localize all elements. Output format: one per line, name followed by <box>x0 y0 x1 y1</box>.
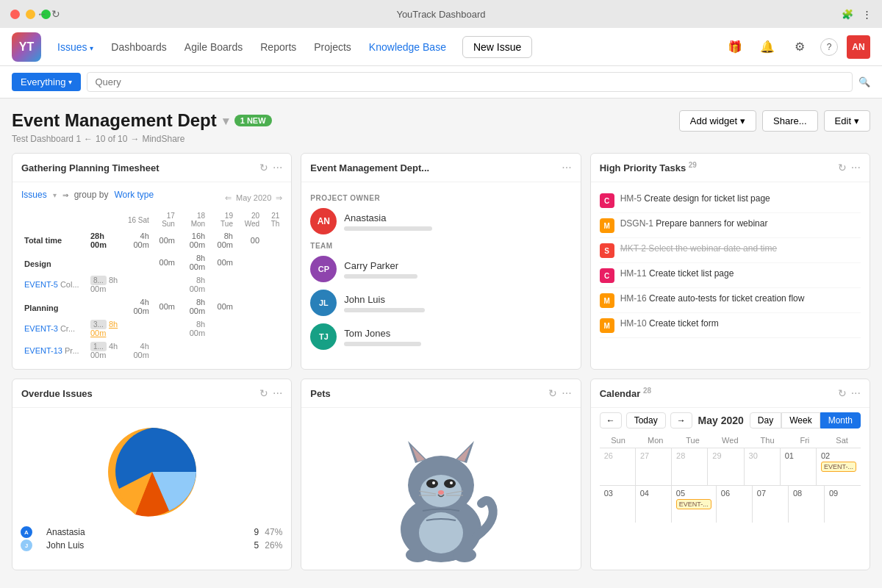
cal-day-06[interactable]: 06 <box>717 486 753 523</box>
nav-agile-boards[interactable]: Agile Boards <box>177 37 250 57</box>
cal-day-03[interactable]: 03 <box>600 486 636 523</box>
page-title-area: Event Management Dept ▾ 1 NEW Test Dashb… <box>12 110 272 144</box>
cal-day-28[interactable]: 28 <box>672 448 708 485</box>
calendar-next-button[interactable]: → <box>670 412 692 429</box>
pets-widget-header: Pets ↻ ··· <box>301 379 580 408</box>
page-title: Event Management Dept ▾ 1 NEW <box>12 110 272 131</box>
priority-badge-c2: C <box>600 268 614 283</box>
total-time-label: Total time <box>21 229 87 251</box>
back-button[interactable]: ← <box>37 8 47 20</box>
timesheet-controls: Issues ▾ ⇒ group by Work type <box>21 190 154 200</box>
timesheet-worktype-link[interactable]: Work type <box>114 190 154 200</box>
minimize-button[interactable] <box>26 10 35 19</box>
calendar-week-view-button[interactable]: Week <box>781 412 820 429</box>
title-dropdown-icon[interactable]: ▾ <box>223 114 229 128</box>
nav-dashboards[interactable]: Dashboards <box>104 37 174 57</box>
priority-refresh-icon[interactable]: ↻ <box>838 162 847 173</box>
list-item: S MKT-2 Select the webinar date and time <box>600 238 861 263</box>
calendar-event-05[interactable]: EVENT-... <box>676 499 711 509</box>
calendar-month-view-button[interactable]: Month <box>820 412 861 429</box>
timesheet-nav: ⇐ May 2020 ⇒ <box>225 193 282 203</box>
overdue-menu-icon[interactable]: ··· <box>273 387 282 400</box>
calendar-event-02[interactable]: EVENT-... <box>821 462 856 472</box>
cal-day-05[interactable]: 05 EVENT-... <box>672 486 717 523</box>
page-header: Event Management Dept ▾ 1 NEW Test Dashb… <box>12 110 870 144</box>
calendar-widget-actions: ↻ ··· <box>838 387 861 400</box>
nav-projects[interactable]: Projects <box>306 37 359 57</box>
owner-role-bar <box>344 226 432 231</box>
svg-point-19 <box>453 548 476 562</box>
calendar-menu-icon[interactable]: ··· <box>851 387 861 400</box>
legend-anastasia: Anastasia <box>46 527 248 537</box>
close-button[interactable] <box>10 10 20 19</box>
settings-icon[interactable]: ⚙ <box>788 35 811 59</box>
pets-widget-content <box>301 408 580 570</box>
nav-reports[interactable]: Reports <box>253 37 304 57</box>
legend-john-count: 5 <box>254 540 259 551</box>
cal-day-08[interactable]: 08 <box>789 486 825 523</box>
share-button[interactable]: Share... <box>762 110 818 132</box>
cal-header-sat: Sat <box>823 433 861 448</box>
nav-icons: 🎁 🔔 ⚙ ? AN <box>723 35 870 59</box>
search-icon[interactable]: 🔍 <box>858 76 870 87</box>
edit-button[interactable]: Edit ▾ <box>824 110 870 132</box>
calendar-view-buttons: Day Week Month <box>750 412 861 429</box>
event-management-widget: Event Management Dept... ··· PROJECT OWN… <box>301 153 581 370</box>
table-row: Planning 4h 00m 00m 8h 00m 00m <box>21 295 282 318</box>
event13-link[interactable]: EVENT-13 <box>24 346 62 355</box>
calendar-day-view-button[interactable]: Day <box>750 412 781 429</box>
timesheet-prev-icon[interactable]: ⇐ <box>225 193 232 203</box>
cal-day-29[interactable]: 29 <box>708 448 744 485</box>
overdue-refresh-icon[interactable]: ↻ <box>259 387 268 399</box>
user-avatar[interactable]: AN <box>847 35 870 59</box>
priority-badge-m3: M <box>600 318 614 333</box>
refresh-button[interactable]: ↻ <box>51 8 60 20</box>
svg-point-8 <box>426 479 438 488</box>
john-name: John Luis <box>344 294 571 305</box>
cal-day-30[interactable]: 30 <box>745 448 781 485</box>
new-issue-button[interactable]: New Issue <box>462 36 532 58</box>
query-input[interactable] <box>87 72 853 92</box>
nav-knowledge-base[interactable]: Knowledge Base <box>362 37 453 57</box>
ts-sun-total: 00m <box>152 229 178 251</box>
add-widget-button[interactable]: Add widget ▾ <box>679 110 756 132</box>
timesheet-next-icon[interactable]: ⇒ <box>276 193 282 203</box>
timesheet-refresh-icon[interactable]: ↻ <box>259 162 268 173</box>
nav-issues[interactable]: Issues ▾ <box>50 37 101 57</box>
cal-day-26[interactable]: 26 <box>600 448 636 485</box>
priority-menu-icon[interactable]: ··· <box>851 161 861 174</box>
timesheet-issues-link[interactable]: Issues <box>21 190 47 200</box>
everything-button[interactable]: Everything ▾ <box>12 73 81 91</box>
calendar-today-button[interactable]: Today <box>626 412 666 429</box>
timesheet-menu-icon[interactable]: ··· <box>273 161 282 174</box>
list-item: M HM-10 Create ticket form <box>600 313 861 338</box>
event3-link[interactable]: EVENT-3 <box>24 324 58 333</box>
cal-day-09[interactable]: 09 <box>825 486 861 523</box>
event-widget-menu-icon[interactable]: ··· <box>562 161 571 174</box>
gift-icon[interactable]: 🎁 <box>723 35 747 59</box>
cal-day-07[interactable]: 07 <box>753 486 789 523</box>
bell-icon[interactable]: 🔔 <box>756 35 779 59</box>
calendar-refresh-icon[interactable]: ↻ <box>838 387 847 399</box>
pets-menu-icon[interactable]: ··· <box>562 387 571 400</box>
calendar-prev-button[interactable]: ← <box>600 412 622 429</box>
event5-link[interactable]: EVENT-5 <box>24 280 58 289</box>
timesheet-content: Issues ▾ ⇒ group by Work type ⇐ May 2020… <box>12 182 291 369</box>
help-icon[interactable]: ? <box>820 38 838 56</box>
timesheet-month: May 2020 <box>236 193 271 202</box>
priority-badge-m2: M <box>600 293 614 308</box>
cal-day-04[interactable]: 04 <box>636 486 672 523</box>
overdue-legend: A Anastasia 9 47% J John Luis <box>21 527 282 553</box>
pets-refresh-icon[interactable]: ↻ <box>548 387 557 399</box>
cal-day-27[interactable]: 27 <box>636 448 672 485</box>
everything-dropdown-icon: ▾ <box>68 78 72 86</box>
cal-day-02[interactable]: 02 EVENT-... <box>817 448 861 485</box>
list-item: M DSGN-1 Prepare banners for webinar <box>600 213 861 238</box>
tom-info: Tom Jones <box>344 328 571 346</box>
ts-wed-total: 00 <box>236 229 262 251</box>
add-widget-dropdown-icon: ▾ <box>740 115 745 126</box>
table-row: Design 00m 8h 00m 00m <box>21 251 282 273</box>
priority-widget: High Priority Tasks 29 ↻ ··· C HM-5 Crea… <box>590 153 870 370</box>
cal-day-01[interactable]: 01 <box>781 448 817 485</box>
priority-widget-actions: ↻ ··· <box>838 161 861 174</box>
